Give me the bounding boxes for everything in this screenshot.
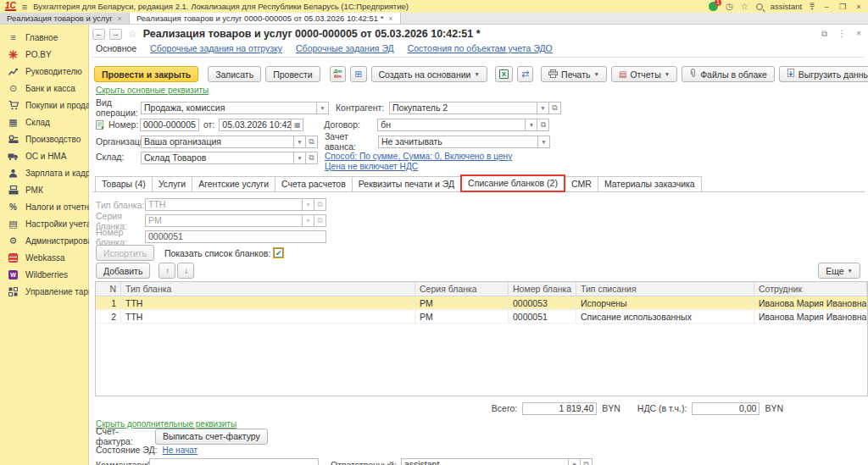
table-more-button[interactable]: Еще▼	[818, 263, 860, 279]
blank-type-input[interactable]: ТТН	[145, 198, 303, 211]
history-icon[interactable]: ◷	[726, 3, 733, 11]
sidebar-item-wildberries[interactable]: W Wildberries	[0, 266, 88, 283]
show-blanks-checkbox[interactable]: ✔	[274, 248, 283, 257]
sidebar-item-zarplata-kadry[interactable]: Зарплата и кадры	[0, 164, 88, 181]
counterparty-input[interactable]: Покупатель 2	[389, 102, 537, 114]
sidebar-item-proizvodstvo[interactable]: Производство	[0, 130, 88, 147]
sidebar-item-rmk[interactable]: РМК	[0, 181, 88, 198]
close-window-icon[interactable]: ×	[854, 3, 863, 11]
minimize-icon[interactable]: –	[822, 3, 831, 11]
vat-total-input[interactable]: 0,00	[692, 402, 760, 415]
more-vertical-icon[interactable]: ⋮	[837, 29, 846, 39]
tab-cmr[interactable]: CMR	[565, 176, 598, 191]
nav-assembly-ed[interactable]: Сборочные задания ЭД	[296, 43, 394, 53]
col-employee[interactable]: Сотрудник	[754, 282, 867, 296]
table-row[interactable]: 2 ТТН РМ 0000051 Списание использованных…	[96, 310, 867, 324]
open-icon[interactable]: ⧉	[549, 102, 561, 114]
sidebar-item-bank-kassa[interactable]: ⊙ Банк и касса	[0, 80, 88, 97]
col-blank-series[interactable]: Серия бланка	[415, 282, 509, 296]
export-data-button[interactable]: Выгрузить данные в файл	[779, 66, 868, 82]
issue-invoice-button[interactable]: Выписать счет-фактуру	[155, 429, 268, 445]
window-tab-document[interactable]: Реализация товаров и услуг 0000-000005 о…	[130, 13, 401, 24]
dropdown-icon[interactable]: ▼	[294, 136, 306, 148]
nav-edo-states[interactable]: Состояния по объектам учета ЭДО	[408, 43, 553, 53]
search-icon[interactable]	[756, 3, 763, 10]
hide-main-requisites-link[interactable]: Скрыть основные реквизиты	[96, 86, 209, 95]
tab-spisanie-blankov[interactable]: Списание бланков (2)	[460, 174, 565, 192]
price-vat-link[interactable]: Цена не включает НДС	[325, 162, 512, 172]
sidebar-item-rukovoditelyu[interactable]: Руководителю	[0, 63, 88, 80]
comment-input[interactable]	[149, 458, 319, 465]
nav-main[interactable]: Основное	[96, 43, 136, 53]
tab-agentskie[interactable]: Агентские услуги	[192, 176, 275, 191]
ed-state-link[interactable]: Не начат	[163, 446, 198, 455]
set-number-icon[interactable]	[96, 120, 105, 130]
save-button[interactable]: Записать	[208, 66, 261, 82]
sidebar-item-glavnoe[interactable]: ≡ Главное	[0, 29, 88, 46]
dropdown-icon[interactable]: ▼	[569, 458, 581, 465]
excel-button[interactable]: X	[495, 66, 513, 82]
post-close-button[interactable]: Провести и закрыть	[94, 66, 198, 82]
dropdown-icon[interactable]: ▼	[537, 102, 549, 114]
responsible-input[interactable]: assistant	[401, 458, 569, 465]
favorite-star-icon[interactable]: ☆	[128, 28, 137, 40]
spoil-button[interactable]: Испортить	[96, 245, 154, 261]
tab-rekvizity[interactable]: Реквизиты печати и ЭД	[352, 176, 461, 191]
open-icon[interactable]: ⧉	[581, 458, 593, 465]
vat-method-link[interactable]: Способ: По сумме, Сумма: 0, Включено в ц…	[325, 152, 512, 162]
sidebar-item-nalogi[interactable]: % Налоги и отчетность	[0, 198, 88, 215]
dropdown-icon[interactable]: ▼	[538, 136, 550, 148]
table-row[interactable]: 1 ТТН РМ 0000053 Испорчены Иванова Мария…	[96, 296, 867, 310]
dropdown-icon[interactable]: ▼	[526, 119, 537, 131]
sidebar-item-poby[interactable]: PO.BY	[0, 46, 88, 63]
move-down-icon[interactable]: ↓	[177, 263, 194, 279]
col-n[interactable]: N	[96, 282, 121, 296]
calendar-icon[interactable]: ▦	[292, 119, 303, 131]
structure-button[interactable]: ⊞	[350, 66, 366, 82]
blank-number-input[interactable]: 0000051	[145, 230, 326, 243]
dropdown-icon[interactable]: ▼	[317, 102, 329, 114]
print-button[interactable]: Печать▼	[541, 66, 607, 82]
tab-scheta[interactable]: Счета расчетов	[275, 176, 353, 191]
notifications-icon[interactable]: 1	[709, 2, 718, 11]
edi-exchange-button[interactable]: ⇄	[517, 66, 533, 82]
contract-input[interactable]: бн	[377, 119, 526, 131]
date-input[interactable]: 05.03.2026 10:42:51	[219, 119, 292, 131]
restore-icon[interactable]: ❒	[838, 3, 847, 11]
open-icon[interactable]: ⧉	[537, 119, 549, 131]
advance-input[interactable]: Не зачитывать	[378, 136, 538, 148]
show-postings-button[interactable]: ДтКт	[330, 66, 347, 82]
back-icon[interactable]: ←	[92, 29, 105, 40]
service-menu-icon[interactable]: ≡▾	[810, 3, 815, 11]
window-tab-list[interactable]: Реализация товаров и услуг ×	[0, 13, 130, 24]
favorites-star-icon[interactable]: ☆	[741, 3, 748, 11]
open-icon[interactable]: ⧉	[306, 136, 318, 148]
add-row-button[interactable]: Добавить	[96, 263, 150, 279]
close-tab-icon[interactable]: ×	[388, 14, 392, 23]
sidebar-item-webkassa[interactable]: Webkassa	[0, 249, 88, 266]
dropdown-icon[interactable]: ▼	[294, 152, 306, 164]
sidebar-item-pokupki-prodazhi[interactable]: Покупки и продажи	[0, 97, 88, 113]
move-up-icon[interactable]: ↑	[159, 263, 175, 279]
open-icon[interactable]: ⧉	[306, 152, 318, 164]
post-button[interactable]: Провести	[265, 66, 320, 82]
col-blank-type[interactable]: Тип бланка	[121, 282, 415, 296]
create-based-on-button[interactable]: Создать на основании▼	[371, 66, 487, 82]
reports-button[interactable]: ▤ Отчеты▼	[611, 66, 677, 82]
current-user[interactable]: assistant	[771, 2, 803, 11]
sidebar-item-sklad[interactable]: ▦ Склад	[0, 113, 88, 130]
sidebar-item-upravlenie-tarifom[interactable]: Управление тарифом	[0, 283, 88, 300]
col-blank-number[interactable]: Номер бланка	[509, 282, 576, 296]
warehouse-input[interactable]: Склад Товаров	[141, 152, 294, 164]
operation-input[interactable]: Продажа, комиссия	[141, 102, 317, 114]
forward-icon[interactable]: →	[109, 29, 122, 40]
sidebar-item-nastroiki-ucheta[interactable]: ▤ Настройки учета	[0, 215, 88, 232]
tab-tovary[interactable]: Товары (4)	[95, 176, 153, 191]
total-input[interactable]: 1 819,40	[522, 402, 597, 415]
main-menu-icon[interactable]: ≡	[22, 2, 27, 12]
close-document-icon[interactable]: ×	[856, 29, 861, 39]
nav-assembly-shipment[interactable]: Сборочные задания на отгрузку	[150, 43, 282, 53]
organization-input[interactable]: Ваша организация	[141, 136, 294, 148]
cloud-files-button[interactable]: Файлы в облаке	[682, 66, 775, 82]
blank-series-input[interactable]: РМ	[145, 214, 303, 227]
